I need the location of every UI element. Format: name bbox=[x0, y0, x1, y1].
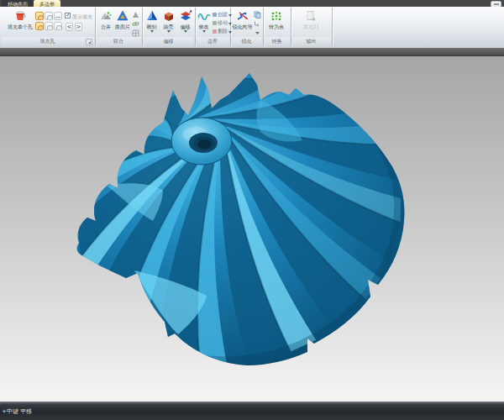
group-sharpen: 锐化向导 锐化 bbox=[230, 8, 264, 46]
points-grid-icon bbox=[270, 9, 283, 23]
tab-exact-surfaces[interactable]: 精确曲面 bbox=[2, 0, 34, 7]
fill-holes-dialog-launcher[interactable] bbox=[86, 39, 92, 45]
group-label-fill-holes: 填充孔 bbox=[1, 37, 94, 45]
link-icon bbox=[132, 20, 139, 28]
move-boundary-icon bbox=[213, 21, 217, 25]
small-caret-icon bbox=[254, 29, 261, 37]
group-convert: 转为点 转换 bbox=[263, 8, 291, 46]
geomagic-window: 精确曲面 多边形 填充 bbox=[0, 0, 504, 420]
corner-arrow-icon bbox=[254, 20, 261, 28]
group-label-output: 输出 bbox=[291, 37, 331, 45]
group-label-combine: 联合 bbox=[96, 37, 141, 45]
fill-shape-flat-toggle[interactable] bbox=[54, 12, 62, 20]
modify-boundary-caret[interactable] bbox=[202, 30, 206, 33]
shell-button[interactable]: 抽壳 bbox=[160, 9, 176, 33]
group-output: 发送到 输出 bbox=[291, 8, 333, 46]
group-offset: 雕刻 抽壳 偏移 bbox=[142, 8, 196, 46]
convert-to-points-button[interactable]: 转为点 bbox=[265, 9, 287, 29]
tab-polygons[interactable]: 多边形 bbox=[34, 0, 60, 7]
group-fill-holes: 填充 填充单个孔 显示填充 < > 填充孔 bbox=[0, 8, 96, 46]
next-hole-button[interactable]: > bbox=[75, 23, 82, 31]
fill-single-hole-button[interactable]: 填充单个孔 bbox=[5, 9, 35, 29]
offset-button[interactable]: 偏移 bbox=[177, 9, 193, 33]
group-combine: 合并 曲面片 bbox=[95, 8, 143, 46]
fill-shape-tangent-toggle[interactable] bbox=[45, 12, 53, 20]
offset-dropdown-caret[interactable] bbox=[184, 30, 187, 33]
fill-shape-curvature-toggle[interactable] bbox=[35, 12, 44, 20]
sculpt-button[interactable]: 雕刻 bbox=[144, 9, 160, 33]
previous-hole-button[interactable]: < bbox=[66, 23, 73, 31]
group-label-convert: 转换 bbox=[264, 37, 290, 45]
sharpen-extra-button-3[interactable] bbox=[253, 29, 262, 37]
status-bar: +中键 平移 bbox=[0, 402, 504, 420]
fill-single-hole-icon bbox=[13, 9, 27, 23]
delete-boundary-button[interactable]: 删除 bbox=[213, 28, 232, 35]
group-label-sharpen: 锐化 bbox=[231, 37, 262, 45]
impeller-mesh-model[interactable] bbox=[0, 56, 504, 402]
merge-icon bbox=[99, 9, 113, 23]
wave-icon bbox=[197, 9, 211, 23]
sharpen-wizard-label: 锐化向导 bbox=[233, 24, 253, 29]
ribbon: 填充 填充单个孔 显示填充 < > 填充孔 bbox=[0, 7, 504, 48]
fill-type-bridge-toggle[interactable] bbox=[54, 22, 62, 30]
pages-icon bbox=[254, 11, 261, 18]
offset-icon bbox=[179, 9, 192, 23]
shell-icon bbox=[162, 9, 176, 23]
create-boundary-button[interactable]: 创建 bbox=[213, 11, 232, 18]
shell-label: 抽壳 bbox=[164, 24, 174, 29]
combine-extra-button-2[interactable] bbox=[131, 19, 140, 28]
send-to-label: 发送到 bbox=[303, 24, 318, 29]
surface-patch-label: 曲面片 bbox=[115, 24, 130, 29]
group-label-boundary: 边界 bbox=[196, 37, 229, 45]
viewport-3d[interactable] bbox=[0, 56, 504, 402]
convert-to-points-label: 转为点 bbox=[269, 24, 284, 29]
show-fill-label: 显示填充 bbox=[72, 13, 92, 21]
show-fill-checkbox[interactable] bbox=[65, 13, 71, 18]
sharpen-wizard-icon bbox=[236, 9, 249, 23]
sculpt-dropdown-caret[interactable] bbox=[150, 30, 154, 33]
move-boundary-button[interactable]: 移动 bbox=[213, 19, 232, 27]
sharpen-extra-button-1[interactable] bbox=[253, 10, 262, 18]
modify-boundary-label: 修改 bbox=[199, 24, 209, 29]
modify-boundary-button[interactable]: 修改 bbox=[196, 9, 212, 33]
send-to-button[interactable]: 发送到 bbox=[298, 9, 323, 29]
send-to-icon bbox=[304, 9, 318, 23]
status-hint: +中键 平移 bbox=[2, 407, 32, 416]
merge-button[interactable]: 合并 bbox=[97, 9, 115, 29]
sculpt-icon bbox=[145, 9, 159, 23]
group-label-offset: 偏移 bbox=[143, 37, 194, 45]
ribbon-tab-bar: 精确曲面 多边形 bbox=[0, 0, 504, 7]
sharpen-extra-button-2[interactable] bbox=[253, 19, 262, 28]
sculpt-label: 雕刻 bbox=[147, 24, 157, 29]
shell-dropdown-caret[interactable] bbox=[167, 30, 171, 33]
mesh-grid-icon bbox=[132, 29, 139, 37]
small-triangle-icon bbox=[132, 11, 139, 18]
combine-extra-button-3[interactable] bbox=[131, 29, 140, 37]
fill-single-hole-label: 填充单个孔 bbox=[8, 24, 33, 29]
ribbon-bottom-divider bbox=[0, 48, 504, 56]
fill-type-partial-toggle[interactable] bbox=[45, 22, 53, 30]
sharpen-wizard-button[interactable]: 锐化向导 bbox=[231, 9, 254, 29]
combine-extra-button-1[interactable] bbox=[131, 10, 140, 18]
surface-patch-button[interactable]: 曲面片 bbox=[114, 9, 131, 29]
offset-label: 偏移 bbox=[181, 24, 191, 29]
merge-label: 合并 bbox=[101, 24, 111, 29]
surface-patch-icon bbox=[116, 9, 129, 23]
create-boundary-icon bbox=[213, 13, 217, 17]
group-boundary: 修改 创建 移动 删除 边界 bbox=[195, 8, 231, 46]
fill-type-complete-toggle[interactable] bbox=[35, 22, 44, 30]
delete-boundary-icon bbox=[213, 29, 217, 34]
